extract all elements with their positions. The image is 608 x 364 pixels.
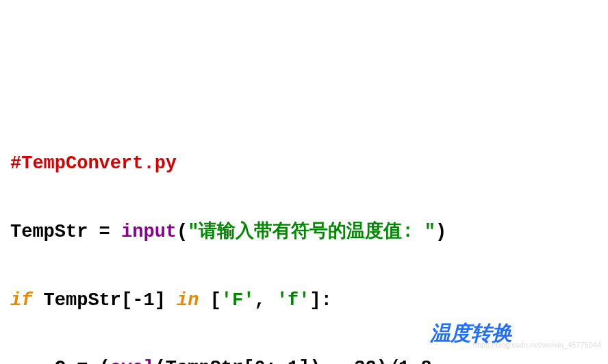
keyword-in: in <box>177 290 199 311</box>
code-text: (TempStr[0:-1]) - 32)/1.8 <box>155 358 432 364</box>
paren: ) <box>435 222 446 242</box>
comment: #TempConvert.py <box>10 153 177 174</box>
code-text: [ <box>199 290 220 311</box>
code-line-1: #TempConvert.py <box>10 147 598 181</box>
string-literal: "请输入带有符号的温度值: " <box>188 222 435 242</box>
code-text: ]: <box>309 290 331 311</box>
code-text: C = ( <box>55 358 110 364</box>
paren: ( <box>177 222 188 242</box>
builtin-eval: eval <box>110 358 155 364</box>
code-line-2: TempStr = input("请输入带有符号的温度值: ") <box>10 216 598 250</box>
builtin-input: input <box>121 222 177 242</box>
keyword-if: if <box>10 290 32 311</box>
indent <box>10 358 55 364</box>
code-line-4: C = (eval(TempStr[0:-1]) - 32)/1.8 <box>10 352 598 364</box>
source-url: https://blog.csdn.net/weixin_45775044 <box>473 338 601 352</box>
code-text: TempStr = <box>10 222 121 242</box>
code-line-3: if TempStr[-1] in ['F', 'f']: <box>10 284 598 318</box>
string-literal: 'f' <box>277 290 310 311</box>
string-literal: 'F' <box>221 290 255 311</box>
code-text: TempStr[-1] <box>32 290 177 311</box>
code-text: , <box>254 290 276 311</box>
